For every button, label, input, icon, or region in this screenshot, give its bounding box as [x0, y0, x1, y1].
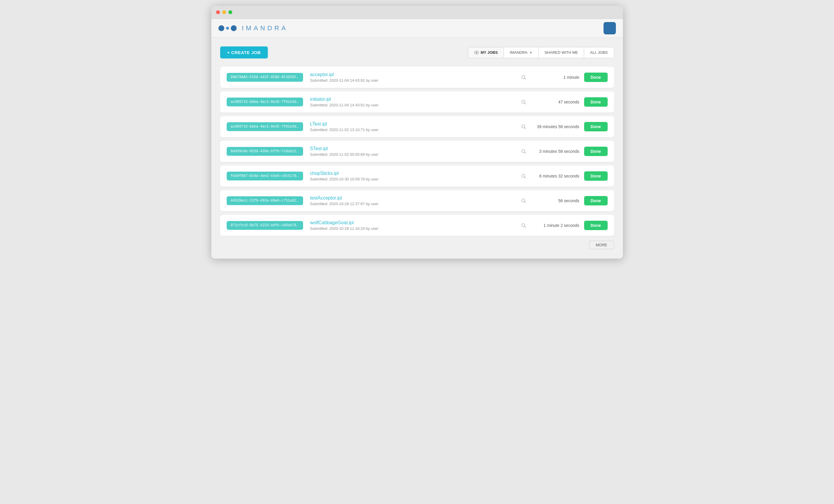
job-name[interactable]: STest.ipl	[310, 146, 328, 151]
search-job-button[interactable]	[520, 147, 528, 156]
search-icon	[521, 124, 526, 129]
job-status-done-button[interactable]: Done	[584, 147, 608, 156]
job-name[interactable]: chopSticks.ipl	[310, 171, 339, 176]
job-id-badge: ac089733-bbba-4ec1-8e35-7f01e3d25681	[227, 122, 303, 131]
job-id-badge: 6d439c0e-6530-438e-bffb-7c0da1207a7d	[227, 147, 303, 156]
job-id-badge: 44528ecc-13f9-492e-89e6-c751a92ff03f	[227, 196, 303, 205]
search-job-button[interactable]	[520, 98, 528, 106]
logo-circle-3	[231, 25, 237, 31]
search-job-button[interactable]	[520, 172, 528, 180]
job-duration: 1 minute 2 seconds	[532, 223, 579, 228]
job-submitted: Submitted: 2020-10-30 10:09:78 by user	[310, 177, 520, 181]
job-status-done-button[interactable]: Done	[584, 73, 608, 82]
svg-line-6	[524, 128, 526, 129]
job-list: D9A79AA5-F558-442F-8FB6-8F3D35F4684C acc…	[220, 67, 614, 236]
search-job-button[interactable]	[520, 122, 528, 131]
maximize-button[interactable]	[228, 10, 232, 14]
logo: IMANDRA	[218, 24, 288, 32]
job-info: initiator.ipl Submitted: 2020-11-04 14:4…	[310, 97, 520, 107]
job-id-badge: ac089733-bbba-4ec1-8e35-7f01e3d25681	[227, 97, 303, 107]
job-meta: 39 minutes 58 seconds Done	[520, 122, 608, 131]
search-job-button[interactable]	[520, 73, 528, 82]
nav-bar: IMANDRA	[211, 19, 623, 38]
job-row: ac089733-bbba-4ec1-8e35-7f01e3d25681 ini…	[220, 91, 614, 113]
job-status-done-button[interactable]: Done	[584, 97, 608, 107]
job-id-badge: 072cfcc8-9b75-4224-b0fe-c60de760986a	[227, 221, 303, 230]
job-name[interactable]: acceptor.ipl	[310, 72, 334, 77]
job-name[interactable]: LTest.ipl	[310, 121, 327, 127]
svg-line-10	[524, 177, 526, 178]
search-job-button[interactable]	[520, 197, 528, 205]
title-bar	[211, 6, 623, 19]
minimize-button[interactable]	[222, 10, 226, 14]
job-status-done-button[interactable]: Done	[584, 196, 608, 205]
job-duration: 56 seconds	[532, 198, 579, 203]
traffic-lights	[216, 10, 232, 14]
job-duration: 39 minutes 58 seconds	[532, 124, 579, 129]
job-duration: 47 seconds	[532, 100, 579, 104]
dropdown-arrow-icon: ▼	[529, 51, 532, 54]
job-status-done-button[interactable]: Done	[584, 171, 608, 181]
eye-icon	[474, 50, 479, 55]
job-info: LTest.ipl Submitted: 2020-11-02 13:10:71…	[310, 121, 520, 132]
more-button[interactable]: MORE	[589, 241, 614, 249]
job-row: D9A79AA5-F558-442F-8FB6-8F3D35F4684C acc…	[220, 67, 614, 88]
job-info: STest.ipl Submitted: 2020-11-02 00:05:69…	[310, 146, 520, 157]
job-submitted: Submitted: 2020-11-04 14:43:91 by user	[310, 103, 520, 107]
job-submitted: Submitted: 2020-11-04 14:43:91 by user	[310, 78, 520, 83]
job-name[interactable]: testAcceptor.ipl	[310, 196, 342, 201]
logo-circle-2	[226, 27, 229, 30]
search-icon	[521, 149, 526, 154]
search-icon	[521, 223, 526, 228]
job-meta: 56 seconds Done	[520, 196, 608, 205]
filter-shared-with-me[interactable]: SHARED WITH ME	[539, 47, 584, 58]
toolbar: + CREATE JOB MY JOBS IMANDRA ▼ SHARED WI…	[220, 46, 614, 59]
job-info: chopSticks.ipl Submitted: 2020-10-30 10:…	[310, 171, 520, 181]
job-duration: 3 minutes 58 seconds	[532, 149, 579, 154]
job-row: ac089733-bbba-4ec1-8e35-7f01e3d25681 LTe…	[220, 116, 614, 137]
search-icon	[521, 198, 526, 203]
logo-text: IMANDRA	[242, 24, 288, 32]
job-meta: 3 minutes 58 seconds Done	[520, 147, 608, 156]
job-row: 072cfcc8-9b75-4224-b0fe-c60de760986a wol…	[220, 215, 614, 236]
job-submitted: Submitted: 2020-10-29 12:37:67 by user	[310, 202, 520, 206]
job-info: testAcceptor.ipl Submitted: 2020-10-29 1…	[310, 196, 520, 206]
main-content: + CREATE JOB MY JOBS IMANDRA ▼ SHARED WI…	[211, 38, 623, 255]
job-info: acceptor.ipl Submitted: 2020-11-04 14:43…	[310, 72, 520, 83]
job-meta: 6 minutes 32 seconds Done	[520, 171, 608, 181]
job-row: 6d439c0e-6530-438e-bffb-7c0da1207a7d STe…	[220, 141, 614, 162]
svg-line-8	[524, 152, 526, 154]
job-id-badge: D9A79AA5-F558-442F-8FB6-8F3D35F4684C	[227, 73, 303, 82]
filter-imandra[interactable]: IMANDRA ▼	[504, 47, 539, 58]
app-window: IMANDRA + CREATE JOB MY JOBS IMANDRA ▼	[211, 6, 623, 259]
job-name[interactable]: initiator.ipl	[310, 97, 331, 102]
job-name[interactable]: wolfCabbageGoat.ipl	[310, 220, 354, 225]
job-submitted: Submitted: 2020-10-28 11:16:24 by user	[310, 226, 520, 231]
job-meta: 1 minute Done	[520, 73, 608, 82]
filter-group: MY JOBS IMANDRA ▼ SHARED WITH ME ALL JOB…	[468, 47, 614, 58]
search-icon	[521, 99, 526, 105]
job-status-done-button[interactable]: Done	[584, 221, 608, 230]
create-job-button[interactable]: + CREATE JOB	[220, 46, 268, 59]
search-icon	[521, 174, 526, 179]
nav-right-button[interactable]	[603, 22, 616, 35]
job-row: feb9f867-8c8d-4ee2-b5e0-c9151700169c cho…	[220, 165, 614, 187]
job-duration: 6 minutes 32 seconds	[532, 174, 579, 178]
search-icon	[521, 75, 526, 80]
job-info: wolfCabbageGoat.ipl Submitted: 2020-10-2…	[310, 220, 520, 231]
search-job-button[interactable]	[520, 221, 528, 230]
svg-line-4	[524, 103, 526, 104]
svg-point-0	[476, 52, 477, 53]
logo-circles	[218, 25, 237, 31]
more-section: MORE	[220, 241, 614, 249]
job-meta: 47 seconds Done	[520, 97, 608, 107]
job-status-done-button[interactable]: Done	[584, 122, 608, 131]
close-button[interactable]	[216, 10, 220, 14]
job-id-badge: feb9f867-8c8d-4ee2-b5e0-c9151700169c	[227, 171, 303, 180]
logo-circle-1	[218, 25, 224, 31]
svg-line-14	[524, 226, 526, 227]
job-meta: 1 minute 2 seconds Done	[520, 221, 608, 230]
filter-my-jobs[interactable]: MY JOBS	[468, 47, 504, 58]
job-duration: 1 minute	[532, 75, 579, 79]
filter-all-jobs[interactable]: ALL JOBS	[584, 47, 614, 58]
